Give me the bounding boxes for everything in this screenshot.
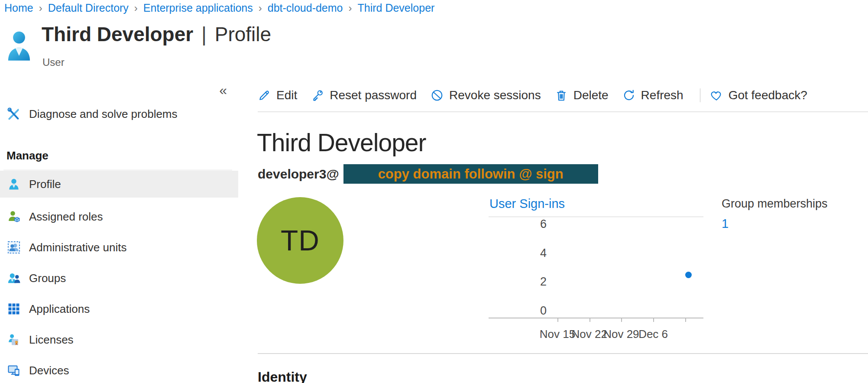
page-subtitle: User xyxy=(42,56,65,68)
user-icon xyxy=(5,29,33,62)
chart-title-underline xyxy=(489,217,703,217)
sidebar-item-groups[interactable]: Groups xyxy=(0,265,238,292)
sidebar-item-label: Diagnose and solve problems xyxy=(29,107,178,121)
sidebar: « Diagnose and solve problems Manage xyxy=(0,81,238,383)
sidebar-item-label: Administrative units xyxy=(29,241,126,254)
assigned-roles-icon xyxy=(6,209,21,224)
x-axis-tick-label: Dec 6 xyxy=(627,328,679,341)
avatar: TD xyxy=(257,197,343,284)
breadcrumb-separator: › xyxy=(349,2,352,14)
heart-icon xyxy=(710,89,723,102)
sidebar-item-devices[interactable]: Devices xyxy=(0,357,238,383)
sidebar-item-label: Applications xyxy=(29,302,90,316)
sidebar-item-label: Groups xyxy=(29,272,66,285)
sidebar-item-assigned-roles[interactable]: Assigned roles xyxy=(0,203,238,230)
x-axis-tick xyxy=(653,318,654,322)
x-axis-line xyxy=(489,318,703,318)
breadcrumb-separator: › xyxy=(134,2,138,14)
page-title-name: Third Developer xyxy=(42,23,193,45)
breadcrumb-dbt-cloud-demo[interactable]: dbt-cloud-demo xyxy=(268,2,343,14)
command-bar: Edit Reset password Revoke sessions xyxy=(258,85,868,106)
y-axis-tick-label: 6 xyxy=(489,217,547,231)
breadcrumb-default-directory[interactable]: Default Directory xyxy=(48,2,129,14)
x-axis-tick xyxy=(589,318,590,322)
upn-prefix: developer3@ xyxy=(258,167,339,182)
y-axis-tick-label: 2 xyxy=(489,275,547,289)
breadcrumb: Home › Default Directory › Enterprise ap… xyxy=(4,2,434,14)
domain-redaction-annotation: copy domain followin @ sign xyxy=(343,164,598,184)
refresh-icon xyxy=(622,89,635,102)
group-memberships-label: Group memberships xyxy=(722,197,828,211)
key-icon xyxy=(311,89,324,102)
revoke-sessions-label: Revoke sessions xyxy=(449,88,541,102)
breadcrumb-separator: › xyxy=(39,2,42,14)
sidebar-item-label: Profile xyxy=(29,178,61,191)
profile-person-icon xyxy=(6,177,21,192)
collapse-sidebar-icon[interactable]: « xyxy=(219,82,227,98)
signins-chart: User Sign-ins 6420Nov 15Nov 22Nov 29Dec … xyxy=(489,196,703,352)
reset-password-button[interactable]: Reset password xyxy=(311,88,417,102)
delete-label: Delete xyxy=(573,88,609,102)
signins-chart-title-link[interactable]: User Sign-ins xyxy=(489,197,565,211)
toolbar-divider xyxy=(700,88,700,102)
redaction-note-text: copy domain followin @ sign xyxy=(378,166,564,182)
applications-grid-icon xyxy=(6,302,21,316)
sidebar-item-licenses[interactable]: Licenses xyxy=(0,326,238,353)
signin-data-point xyxy=(685,272,692,278)
user-display-name: Third Developer xyxy=(257,128,426,157)
breadcrumb-enterprise-applications[interactable]: Enterprise applications xyxy=(143,2,253,14)
section-divider xyxy=(258,353,868,354)
sidebar-item-label: Licenses xyxy=(29,333,74,347)
reset-password-label: Reset password xyxy=(330,88,417,102)
got-feedback-label: Got feedback? xyxy=(729,88,807,102)
refresh-label: Refresh xyxy=(641,88,683,102)
trash-icon xyxy=(555,89,568,102)
sidebar-item-applications[interactable]: Applications xyxy=(0,295,238,322)
sidebar-item-administrative-units[interactable]: Administrative units xyxy=(0,234,238,261)
x-axis-tick xyxy=(621,318,622,322)
identity-section-heading: Identity xyxy=(258,369,307,383)
groups-icon xyxy=(6,271,21,286)
sidebar-divider xyxy=(3,170,232,170)
toolbar-underline xyxy=(258,111,868,112)
sidebar-item-label: Assigned roles xyxy=(29,210,103,224)
page-title-separator: | xyxy=(199,23,209,45)
sidebar-section-manage: Manage xyxy=(6,149,49,162)
sidebar-item-diagnose[interactable]: Diagnose and solve problems xyxy=(0,101,238,127)
block-icon xyxy=(431,89,444,102)
x-axis-tick xyxy=(557,318,558,322)
page-title: Third Developer | Profile xyxy=(42,23,271,46)
edit-label: Edit xyxy=(276,88,297,102)
sidebar-item-label: Devices xyxy=(29,364,69,377)
y-axis-tick-label: 4 xyxy=(489,247,547,260)
user-principal-name: developer3@ copy domain followin @ sign xyxy=(258,164,598,184)
diagnose-tools-icon xyxy=(6,107,21,121)
x-axis-tick xyxy=(685,318,686,322)
revoke-sessions-button[interactable]: Revoke sessions xyxy=(431,88,541,102)
devices-icon xyxy=(6,363,21,378)
edit-button[interactable]: Edit xyxy=(258,88,297,102)
sidebar-item-profile[interactable]: Profile xyxy=(0,171,238,198)
pencil-icon xyxy=(258,89,271,102)
breadcrumb-home[interactable]: Home xyxy=(4,2,33,14)
licenses-icon xyxy=(6,332,21,347)
got-feedback-button[interactable]: Got feedback? xyxy=(710,88,807,102)
breadcrumb-third-developer[interactable]: Third Developer xyxy=(358,2,435,14)
administrative-units-icon xyxy=(6,240,21,255)
refresh-button[interactable]: Refresh xyxy=(622,88,683,102)
page-title-section: Profile xyxy=(215,23,271,45)
group-memberships: Group memberships 1 xyxy=(722,197,828,231)
azure-user-profile-page: Home › Default Directory › Enterprise ap… xyxy=(0,0,868,383)
delete-button[interactable]: Delete xyxy=(555,88,609,102)
group-memberships-count-link[interactable]: 1 xyxy=(722,217,828,231)
avatar-initials: TD xyxy=(281,224,320,257)
y-axis-tick-label: 0 xyxy=(489,304,547,318)
breadcrumb-separator: › xyxy=(259,2,262,14)
